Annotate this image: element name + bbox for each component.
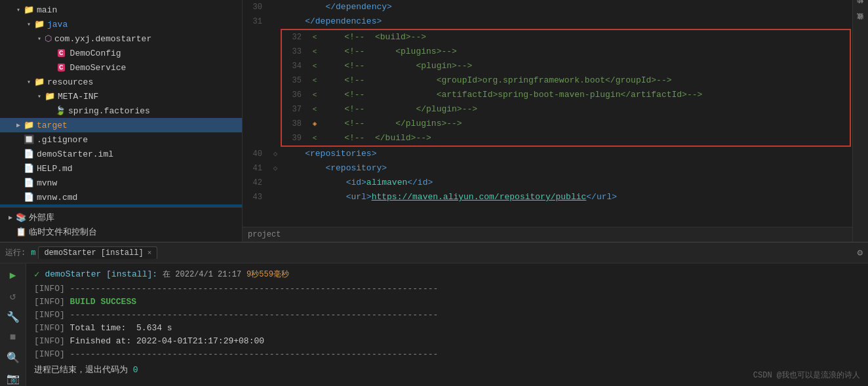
run-entry-header: ✓ demoStarter [install]: 在 2022/4/1 21:1… [34, 266, 860, 282]
tree-item-mvnw[interactable]: 📄 mvnw [0, 176, 242, 190]
file-tree: ▾ 📁 main ▾ 📁 java ▾ ⬡ com.yxj.demostarte… [0, 0, 242, 207]
run-left-bar: ▶ ↺ 🔧 ■ 🔍 📷 [0, 263, 26, 386]
tree-item-demoservice[interactable]: C DemoService [0, 60, 242, 75]
run-output-area: ✓ demoStarter [install]: 在 2022/4/1 21:1… [26, 263, 868, 386]
tree-item-resources[interactable]: ▾ 📁 resources [0, 75, 242, 89]
editor-tab-bar: project [243, 227, 852, 242]
line-code-42: <id>alimaven</id> [282, 176, 852, 190]
output-line-3: [INFO] ---------------------------------… [34, 309, 860, 322]
gutter-32: < [308, 30, 321, 45]
arrow-metainf: ▾ [34, 92, 45, 100]
line-num-34: 34 [282, 59, 308, 73]
process-line: 进程已结束，退出代码为 0 [34, 364, 860, 376]
line-num-33: 33 [282, 45, 308, 59]
line-num-31: 31 [243, 14, 269, 29]
line-code-39: <!-- </build>--> [321, 131, 850, 145]
arrow-package: ▾ [34, 35, 45, 43]
tab-label-project[interactable]: project [248, 230, 281, 239]
code-lines: 30 </dependency> 31 </dependencies> 32 [243, 0, 852, 227]
line-code-31: </dependencies> [282, 14, 852, 29]
tree-item-democonfg[interactable]: C DemoConfig [0, 46, 242, 60]
gutter-36: < [308, 88, 321, 102]
tree-item-iml[interactable]: 📄 demoStarter.iml [0, 147, 242, 161]
line-num-30: 30 [243, 0, 269, 14]
tree-label-iml: demoStarter.iml [37, 149, 113, 159]
line-num-37: 37 [282, 102, 308, 117]
tree-item-mvnwcmd[interactable]: 📄 mvnw.cmd [0, 190, 242, 204]
output-line-6: [INFO] ---------------------------------… [34, 348, 860, 361]
file-icon-mvnw: 📄 [24, 178, 34, 188]
sidebar-bottom: ▶ 📚 外部库 📋 临时文件和控制台 [0, 207, 242, 242]
tree-item-package[interactable]: ▾ ⬡ com.yxj.demostarter [0, 31, 242, 46]
gutter-34: < [308, 59, 321, 73]
tree-item-springfactories[interactable]: 🍃 spring.factories [0, 104, 242, 118]
tree-item-metainf[interactable]: ▾ 📁 META-INF [0, 89, 242, 104]
arrow-resources: ▾ [24, 78, 34, 86]
tree-label-democonfg: DemoConfig [70, 48, 121, 58]
folder-icon-target: 📁 [24, 120, 34, 130]
code-line-33: 33 < <!-- <plugins>--> [282, 45, 850, 59]
run-tab-close[interactable]: × [148, 249, 152, 257]
output-line-1: [INFO] ---------------------------------… [34, 282, 860, 296]
arrow-target: ▶ [13, 121, 24, 129]
line-code-37: <!-- </plugin>--> [321, 102, 850, 117]
code-line-34: 34 < <!-- <plugin>--> [282, 59, 850, 73]
code-line-37: 37 < <!-- </plugin>--> [282, 102, 850, 117]
code-line-31: 31 </dependencies> [243, 14, 852, 29]
run-entry-name: demoStarter [install]: [45, 269, 157, 279]
tree-item-helpmd[interactable]: 📄 HELP.md [0, 161, 242, 176]
editor-content[interactable]: 30 </dependency> 31 </dependencies> 32 [243, 0, 852, 227]
tree-item-java[interactable]: ▾ 📁 java [0, 17, 242, 31]
line-num-32: 32 [282, 30, 308, 45]
tree-item-target[interactable]: ▶ 📁 target [0, 118, 242, 132]
tree-item-gitignore[interactable]: 🔲 .gitignore [0, 132, 242, 147]
sidebar-item-temp-files[interactable]: 📋 临时文件和控制台 [0, 225, 242, 239]
line-code-35: <!-- <groupId>org.springframework.boot</… [321, 73, 850, 88]
output-line-2: [INFO] BUILD SUCCESS [34, 296, 860, 309]
right-side-bar: 结构 收藏 [852, 0, 868, 242]
tree-item-main[interactable]: ▾ 📁 main [0, 3, 242, 17]
folder-icon-resources: 📁 [34, 77, 45, 87]
output-line-5: [INFO] Finished at: 2022-04-01T21:17:29+… [34, 335, 860, 348]
gutter-37: < [308, 102, 321, 117]
run-panel: 运行: m demoStarter [install] × ⚙ ▶ ↺ 🔧 ■ … [0, 242, 868, 386]
line-code-34: <!-- <plugin>--> [321, 59, 850, 73]
search-button[interactable]: 🔍 [5, 351, 21, 364]
sidebar-icon-favorites[interactable]: 收藏 [854, 18, 867, 31]
file-tree-panel: ▾ 📁 main ▾ 📁 java ▾ ⬡ com.yxj.demostarte… [0, 0, 243, 242]
tree-label-target: target [37, 121, 68, 130]
tree-label-main: main [37, 5, 57, 15]
code-line-41: 41 ◇ <repository> [243, 161, 852, 176]
reload-button[interactable]: ↺ [5, 290, 21, 303]
run-content: ▶ ↺ 🔧 ■ 🔍 📷 ✓ demoStarter [install]: 在 2… [0, 263, 868, 386]
code-line-35: 35 < <!-- <groupId>org.springframework.b… [282, 73, 850, 88]
code-line-32: 32 < <!-- <build>--> [282, 30, 850, 45]
code-line-43: 43 <url>https://maven.aliyun.com/reposit… [243, 190, 852, 204]
play-button[interactable]: ▶ [5, 269, 21, 282]
tree-label-extlibs: 外部库 [29, 212, 54, 223]
tree-label-springfactories: spring.factories [68, 106, 150, 116]
run-tab[interactable]: demoStarter [install] × [38, 246, 157, 259]
gutter-43 [269, 190, 282, 204]
line-num-36: 36 [282, 88, 308, 102]
tree-label-java: java [47, 20, 68, 29]
settings-icon[interactable]: ⚙ [858, 247, 863, 258]
run-header: 运行: m demoStarter [install] × ⚙ [0, 242, 868, 263]
code-line-36: 36 < <!-- <artifactId>spring-boot-maven-… [282, 88, 850, 102]
line-code-30: </dependency> [282, 0, 852, 14]
run-label: 运行: [5, 247, 26, 258]
gutter-31 [269, 14, 282, 29]
gutter-40: ◇ [269, 147, 282, 161]
tree-label-demoservice: DemoService [70, 63, 127, 73]
sidebar-item-external-libs[interactable]: ▶ 📚 外部库 [0, 210, 242, 225]
line-num-41: 41 [243, 161, 269, 176]
code-line-30: 30 </dependency> [243, 0, 852, 14]
code-line-38: 38 ◈ <!-- </plugins>--> [282, 117, 850, 131]
sidebar-icon-structure[interactable]: 结构 [854, 3, 867, 16]
folder-icon-main: 📁 [24, 5, 34, 15]
gutter-42 [269, 176, 282, 190]
camera-button[interactable]: 📷 [5, 372, 21, 385]
stop-button[interactable]: ■ [5, 332, 21, 343]
folder-icon-metainf: 📁 [45, 91, 55, 102]
wrench-button[interactable]: 🔧 [5, 311, 21, 324]
